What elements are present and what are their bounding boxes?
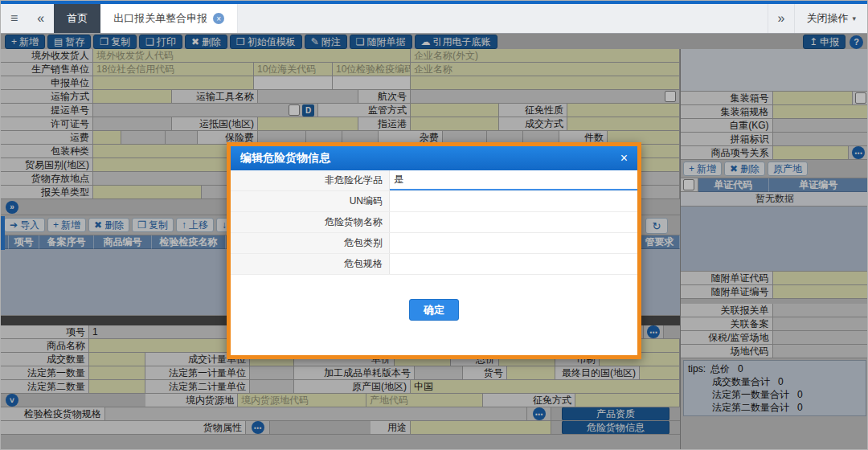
print-button[interactable]: ❑打印 bbox=[139, 35, 182, 49]
copy-button[interactable]: ❐复制 bbox=[93, 35, 137, 49]
text-input[interactable] bbox=[640, 366, 680, 380]
bill-number-input[interactable]: D bbox=[93, 104, 318, 117]
checkbox[interactable] bbox=[665, 91, 676, 102]
help-icon[interactable]: ? bbox=[850, 35, 863, 49]
confirm-button[interactable]: 确定 bbox=[409, 299, 459, 321]
un-code-input[interactable] bbox=[390, 191, 637, 211]
text-input[interactable] bbox=[93, 117, 172, 131]
dangerous-goods-name-input[interactable] bbox=[390, 212, 637, 232]
item-relation-more-button[interactable]: ⋯ bbox=[852, 146, 865, 159]
text-input[interactable] bbox=[93, 76, 254, 90]
text-input[interactable]: 境内货源地代码 bbox=[238, 394, 366, 407]
modal-close-icon[interactable]: × bbox=[620, 151, 628, 166]
text-input[interactable] bbox=[773, 105, 868, 119]
scroll-tabs-right-icon[interactable]: » bbox=[768, 4, 795, 33]
goods-attribute-more-button[interactable]: ⋯ bbox=[252, 421, 264, 434]
move-up-button[interactable]: ↑上移 bbox=[176, 218, 214, 232]
package-category-input[interactable] bbox=[390, 233, 637, 253]
text-input[interactable] bbox=[773, 317, 868, 331]
specs-more-button[interactable]: ⋯ bbox=[533, 407, 546, 420]
text-input[interactable] bbox=[333, 76, 411, 90]
text-input[interactable] bbox=[258, 117, 358, 131]
text-input[interactable] bbox=[105, 407, 527, 421]
text-input[interactable] bbox=[166, 131, 198, 145]
text-input[interactable]: 境外收发货人代码 bbox=[93, 49, 411, 63]
copy-item-button[interactable]: ❐复制 bbox=[132, 218, 174, 232]
column-header: 项号 bbox=[9, 235, 39, 249]
text-input[interactable] bbox=[507, 366, 555, 380]
text-input[interactable] bbox=[567, 104, 680, 117]
text-input[interactable] bbox=[773, 345, 868, 358]
text-input[interactable] bbox=[89, 366, 145, 380]
save-draft-button[interactable]: ▤暂存 bbox=[47, 35, 91, 49]
text-input[interactable] bbox=[773, 285, 868, 299]
text-input[interactable] bbox=[411, 421, 551, 435]
text-input[interactable]: 10位海关代码 bbox=[254, 63, 333, 76]
origin-country-value[interactable]: 中国 bbox=[411, 380, 680, 394]
text-input[interactable] bbox=[773, 304, 868, 317]
text-input[interactable] bbox=[773, 133, 868, 146]
text-input[interactable] bbox=[415, 366, 463, 380]
product-qualification-button[interactable]: 产品资质 bbox=[562, 407, 669, 421]
record-seq-more-button[interactable]: ⋯ bbox=[647, 325, 660, 338]
text-input[interactable] bbox=[773, 331, 868, 345]
expand-item-section-button[interactable]: ˅ bbox=[6, 394, 18, 407]
text-input[interactable]: 产地代码 bbox=[366, 394, 483, 407]
text-input[interactable] bbox=[773, 146, 850, 160]
origin-place-button[interactable]: 原产地 bbox=[768, 162, 808, 176]
text-input[interactable]: 18位社会信用代码 bbox=[93, 63, 254, 76]
checkbox[interactable] bbox=[855, 92, 866, 104]
scroll-tabs-left-icon[interactable]: « bbox=[27, 4, 54, 33]
text-input-with-checkbox[interactable] bbox=[411, 90, 680, 104]
notes-button[interactable]: ✎附注 bbox=[305, 35, 347, 49]
add-button[interactable]: +新增 bbox=[5, 35, 45, 49]
attached-documents-button[interactable]: ❏随附单据 bbox=[350, 35, 412, 49]
delete-item-button[interactable]: ✖删除 bbox=[88, 218, 129, 232]
checkbox[interactable] bbox=[683, 179, 694, 190]
text-input[interactable] bbox=[258, 90, 358, 104]
item-number-value[interactable]: 1 bbox=[89, 325, 246, 339]
hamburger-menu-icon[interactable]: ≡ bbox=[1, 4, 27, 33]
text-input[interactable] bbox=[567, 117, 680, 131]
tab-close-icon[interactable]: × bbox=[213, 13, 224, 24]
text-input[interactable] bbox=[411, 104, 499, 117]
text-input[interactable] bbox=[89, 353, 145, 366]
text-input[interactable] bbox=[773, 272, 868, 285]
non-dangerous-chemical-input[interactable] bbox=[390, 170, 637, 190]
text-input[interactable]: 10位检验检疫编码 bbox=[333, 63, 411, 76]
add-container-button[interactable]: +新增 bbox=[683, 162, 722, 176]
tab-export-declaration[interactable]: 出口报关单整合申报 × bbox=[100, 4, 238, 33]
initial-template-button[interactable]: ❒初始值模板 bbox=[230, 35, 302, 49]
text-input[interactable] bbox=[254, 76, 333, 90]
dangerous-goods-info-button[interactable]: 危险货物信息 bbox=[562, 421, 669, 435]
text-input[interactable] bbox=[93, 131, 121, 145]
expand-header-panel-button[interactable]: » bbox=[6, 201, 18, 214]
package-spec-input[interactable] bbox=[390, 254, 637, 274]
text-input[interactable] bbox=[89, 380, 145, 394]
text-input[interactable] bbox=[93, 90, 172, 104]
delete-button[interactable]: ✖删除 bbox=[185, 35, 227, 49]
text-input[interactable] bbox=[411, 76, 680, 90]
panel-toggle-strip[interactable] bbox=[1, 216, 5, 250]
text-input[interactable] bbox=[93, 186, 202, 199]
close-operations-dropdown[interactable]: 关闭操作 ▾ bbox=[794, 4, 867, 33]
text-input[interactable]: 企业名称(外文) bbox=[411, 49, 680, 63]
refresh-button[interactable]: ↻ bbox=[645, 218, 668, 234]
text-input[interactable] bbox=[250, 366, 294, 380]
text-input[interactable] bbox=[773, 92, 854, 105]
text-input[interactable] bbox=[773, 119, 868, 133]
text-input[interactable] bbox=[250, 380, 294, 394]
checkbox[interactable] bbox=[289, 104, 300, 116]
text-input[interactable] bbox=[411, 117, 499, 131]
import-button[interactable]: ➔导入 bbox=[4, 218, 45, 232]
field-label: 危包类别 bbox=[231, 233, 390, 253]
text-input[interactable] bbox=[575, 394, 680, 407]
declare-button[interactable]: ↥ 申报 bbox=[803, 35, 845, 49]
doc-button[interactable]: D bbox=[302, 104, 314, 117]
text-input[interactable]: 企业名称 bbox=[411, 63, 680, 76]
add-item-button[interactable]: +新增 bbox=[47, 218, 86, 232]
text-input[interactable] bbox=[121, 131, 166, 145]
tab-home[interactable]: 首页 bbox=[54, 4, 100, 33]
delete-container-button[interactable]: ✖删除 bbox=[724, 162, 765, 176]
cite-eledger-button[interactable]: ☁引用电子底账 bbox=[415, 35, 497, 49]
